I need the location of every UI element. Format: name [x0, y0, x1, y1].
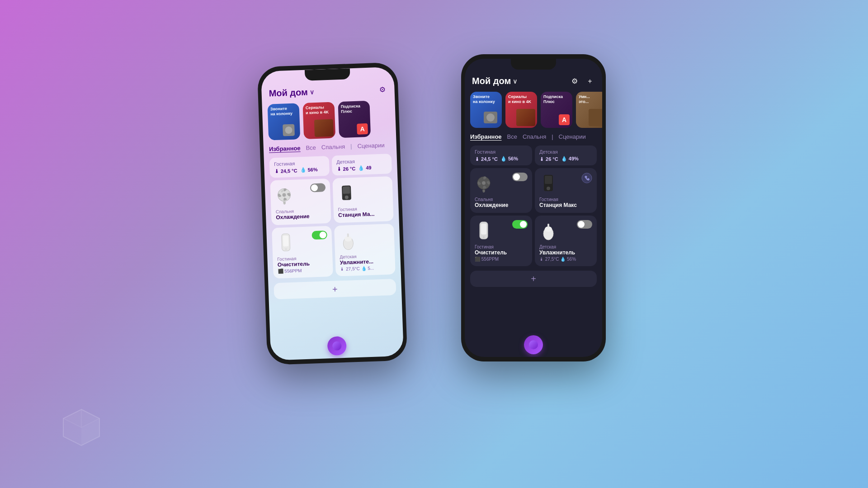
dark-fan-icon: 3	[475, 173, 493, 195]
svg-point-27	[483, 236, 485, 238]
dark-chevron-icon[interactable]: ∨	[513, 78, 517, 85]
dark-alice-button[interactable]	[524, 335, 543, 354]
light-device-purifier[interactable]: Гостиная Очиститель ⬛ 556PPM	[272, 226, 333, 279]
dark-title: Мой дом ∨	[472, 76, 517, 86]
dark-humidifier-room: Детская	[539, 244, 592, 249]
dark-purifier-toggle[interactable]	[512, 220, 528, 229]
dark-purifier-room: Гостиная	[475, 244, 528, 249]
light-tab-favorites[interactable]: Избранное	[269, 145, 301, 152]
dark-kids-temp: 🌡 26 °C	[539, 156, 558, 162]
dark-station-room: Гостиная	[539, 197, 592, 202]
dark-purifier-name: Очиститель	[475, 249, 528, 256]
light-device-station[interactable]: Гостиная Станция Ма...	[332, 176, 393, 223]
light-fan-toggle[interactable]	[310, 183, 326, 192]
dark-add-icon: +	[531, 274, 536, 284]
light-fan-toggle-dot	[311, 184, 318, 192]
light-device-fan[interactable]: 3 Спальня Охлаждение	[270, 178, 331, 225]
light-content: Мой дом ∨ ⚙ Звонитена колонку	[261, 80, 404, 361]
light-temp-sensor: 🌡 24,5 °C	[274, 168, 297, 174]
svg-point-24	[547, 187, 550, 190]
svg-text:3: 3	[483, 190, 485, 193]
dark-humid-sensor: 💧 56%	[500, 156, 518, 162]
dark-room-kids-name: Детская	[539, 149, 592, 155]
dark-filters: Избранное Все Спальня | Сценарии	[465, 131, 602, 144]
svg-rect-10	[283, 235, 289, 246]
dark-device-humidifier[interactable]: Детская Увлажнитель 🌡 27,5°C 💧 56%	[535, 216, 597, 266]
dark-story-1[interactable]: Сериалыи кино в 4K	[505, 92, 537, 128]
svg-point-21	[582, 173, 592, 183]
story-card-2[interactable]: ПодпискаПлюс A	[338, 101, 371, 138]
dark-tab-all[interactable]: Все	[507, 133, 517, 140]
light-title-text: Мой дом	[269, 87, 308, 99]
dark-device-station[interactable]: Гостиная Станция Макс	[535, 168, 597, 213]
dark-humidifier-name: Увлажнитель	[539, 249, 592, 256]
dark-screen: Мой дом ∨ ⚙ + Звонитена колонку	[465, 59, 602, 357]
dark-settings-icon[interactable]: ⚙	[570, 76, 580, 86]
light-humidifier-name: Увлажните...	[340, 258, 391, 266]
dark-story-2[interactable]: ПодпискаПлюс A	[541, 92, 572, 128]
dark-filter-divider: |	[552, 133, 553, 140]
dark-tab-bedroom[interactable]: Спальня	[523, 133, 546, 140]
dark-story-text-1: Сериалыи кино в 4K	[508, 94, 531, 104]
dark-story-3[interactable]: Умн...это...	[576, 92, 602, 128]
dark-plus-icon[interactable]: +	[585, 76, 595, 86]
phone-dark: Мой дом ∨ ⚙ + Звонитена колонку	[461, 54, 606, 361]
light-add-button[interactable]: +	[274, 279, 396, 299]
dark-fan-room: Спальня	[475, 197, 528, 202]
light-add-icon: +	[332, 284, 338, 294]
dark-rooms: Гостиная 🌡 24,5 °C 💧 56% Детская 🌡 26 °C…	[465, 144, 602, 168]
light-tab-bedroom[interactable]: Спальня	[321, 143, 345, 151]
light-tab-scenarios[interactable]: Сценарии	[357, 142, 385, 150]
dark-fan-toggle-dot	[513, 174, 520, 180]
dark-device-purifier[interactable]: Гостиная Очиститель ⬛ 556PPM	[470, 216, 532, 266]
dark-station-name: Станция Макс	[539, 202, 592, 208]
light-notch	[305, 68, 350, 80]
light-alice-button[interactable]	[327, 336, 347, 355]
svg-rect-26	[481, 224, 486, 235]
cube-logo	[59, 405, 104, 452]
light-tab-all[interactable]: Все	[306, 144, 316, 151]
dark-room-living-sensors: 🌡 24,5 °C 💧 56%	[475, 156, 528, 162]
dark-add-button[interactable]: +	[470, 271, 597, 287]
svg-point-16	[486, 113, 495, 122]
light-room-kids-name: Детская	[336, 158, 387, 165]
light-screen: Мой дом ∨ ⚙ Звонитена колонку	[261, 67, 404, 361]
story-text-1: Сериалыи кино в 4K	[306, 105, 329, 115]
light-room-kids: Детская 🌡 26 °C 💧 49	[332, 154, 392, 176]
dark-humidifier-toggle[interactable]	[577, 220, 592, 229]
svg-point-18	[482, 181, 486, 185]
dark-purifier-toggle-dot	[520, 221, 527, 228]
dark-story-0[interactable]: Звонитена колонку	[470, 92, 502, 128]
dark-story-text-0: Звонитена колонку	[473, 94, 495, 104]
dark-bottom-bar	[465, 332, 602, 357]
light-devices: 3 Спальня Охлаждение	[264, 176, 401, 282]
dark-content: Мой дом ∨ ⚙ + Звонитена колонку	[465, 71, 602, 357]
svg-text:3: 3	[283, 202, 285, 205]
dark-speaker-icon	[481, 109, 500, 126]
light-purifier-sensor: ⬛ 556PPM	[278, 267, 328, 274]
dark-alice-inner	[529, 340, 538, 349]
phones-container: Мой дом ∨ ⚙ Звонитена колонку	[276, 41, 592, 447]
dark-tab-scenarios[interactable]: Сценарии	[559, 133, 586, 140]
light-chevron-icon[interactable]: ∨	[310, 89, 315, 96]
light-fan-name: Охлаждение	[276, 212, 326, 221]
dark-devices: 3 Спальня Охлаждение	[465, 168, 602, 269]
dark-fan-toggle[interactable]	[512, 173, 528, 181]
light-purifier-toggle[interactable]	[311, 230, 327, 239]
light-bottom-bar	[270, 331, 404, 361]
light-filter-divider: |	[350, 143, 352, 150]
light-humidifier-sensor: 🌡 27,5°C 💧 5...	[340, 265, 391, 272]
story-card-1[interactable]: Сериалыи кино в 4K	[302, 102, 335, 139]
light-device-humidifier[interactable]: Детская Увлажните... 🌡 27,5°C 💧 5...	[334, 224, 396, 277]
story-card-0[interactable]: Звонитена колонку	[268, 103, 301, 140]
light-settings-icon[interactable]: ⚙	[377, 84, 387, 95]
svg-rect-23	[545, 176, 552, 184]
dark-room-kids: Детская 🌡 26 °C 💧 49%	[535, 145, 597, 165]
dark-room-living-name: Гостиная	[475, 149, 528, 155]
light-room-kids-sensors: 🌡 26 °C 💧 49	[336, 164, 387, 172]
light-kids-humid: 💧 49	[358, 165, 372, 171]
dark-tab-favorites[interactable]: Избранное	[470, 133, 502, 140]
dark-title-text: Мой дом	[472, 76, 511, 86]
dark-device-fan[interactable]: 3 Спальня Охлаждение	[470, 168, 532, 213]
dark-header-icons: ⚙ +	[570, 76, 595, 86]
